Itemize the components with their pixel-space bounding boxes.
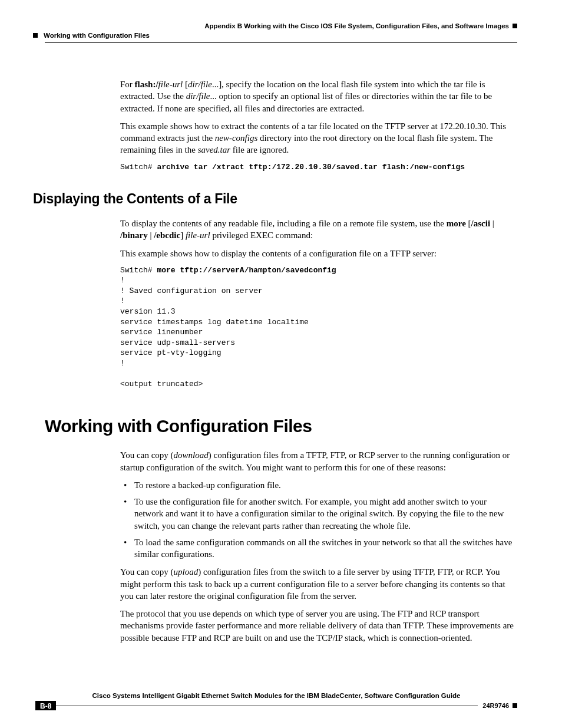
intro-p1: For flash:/file-url [dir/file...], speci… — [120, 78, 517, 114]
list-item: To use the configuration file for anothe… — [120, 496, 517, 532]
header-marker-icon — [513, 24, 517, 28]
intro-p2: This example shows how to extract the co… — [120, 120, 517, 156]
section-marker-icon — [33, 33, 38, 38]
footer-guide-title: Cisco Systems Intelligent Gigabit Ethern… — [35, 692, 517, 699]
list-item: To load the same configuration commands … — [120, 536, 517, 561]
header-appendix: Appendix B Working with the Cisco IOS Fi… — [45, 22, 517, 29]
footer-marker-icon — [513, 703, 517, 708]
page-footer: Cisco Systems Intelligent Gigabit Ethern… — [35, 692, 517, 710]
sectionA-p2: This example shows how to display the co… — [120, 248, 517, 259]
sectionB-p3: The protocol that you use depends on whi… — [120, 608, 517, 644]
header-section: Working with Configuration Files — [45, 32, 517, 39]
heading-working-config: Working with Configuration Files — [45, 416, 517, 436]
list-item: To restore a backed-up configuration fil… — [120, 479, 517, 491]
page-number: B-8 — [35, 701, 56, 710]
header-section-text: Working with Configuration Files — [44, 32, 150, 39]
doc-number: 24R9746 — [482, 702, 509, 709]
sectionB-bullets: To restore a backed-up configuration fil… — [120, 479, 517, 561]
header-appendix-text: Appendix B Working with the Cisco IOS Fi… — [204, 22, 509, 29]
code-archive-tar: Switch# archive tar /xtract tftp:/172.20… — [120, 162, 517, 173]
heading-displaying-contents: Displaying the Contents of a File — [33, 191, 517, 207]
sectionA-p1: To display the contents of any readable … — [120, 218, 517, 242]
code-more-output: Switch# more tftp://serverA/hampton/save… — [120, 265, 517, 390]
footer-rule — [56, 706, 478, 706]
sectionB-p2: You can copy (upload) configuration file… — [120, 566, 517, 602]
sectionB-p1: You can copy (download) configuration fi… — [120, 449, 517, 473]
header-rule — [45, 42, 517, 43]
